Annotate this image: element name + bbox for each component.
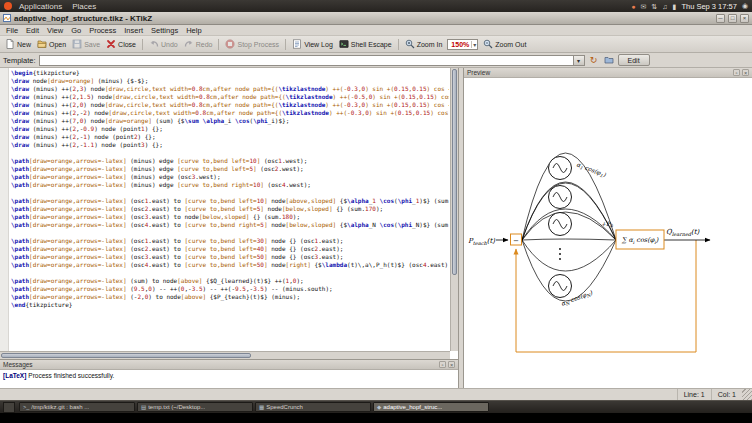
close-panel-button[interactable]: × [448, 361, 455, 368]
taskbar-item-icon: ▦ [259, 404, 264, 410]
notification-indicator-icon[interactable]: ● [631, 3, 635, 10]
taskbar-item-label: SpeedCrunch [266, 404, 303, 410]
zoom-out-icon [483, 39, 493, 49]
open-folder-icon [37, 39, 47, 49]
input-signal-label: Pteach(t) [468, 237, 496, 246]
distro-logo-icon[interactable] [4, 2, 12, 10]
tikz-source-code[interactable]: \begin{tikzpicture}\draw node[draw=orang… [11, 69, 449, 350]
maximize-button[interactable]: □ [728, 14, 737, 23]
float-panel-button[interactable]: ▫ [439, 361, 446, 368]
panel-menu[interactable]: Places [67, 2, 101, 11]
view-log-label: View Log [304, 41, 333, 48]
redo-arrow-icon [184, 39, 194, 49]
preview-canvas: − ∑ αi cos(φi) [464, 78, 752, 388]
template-combobox-input[interactable] [39, 55, 574, 66]
terminal-icon [339, 39, 349, 49]
taskbar-item[interactable]: ▤ temp.txt (~/Desktop... [137, 402, 253, 412]
template-edit-button[interactable]: Edit [618, 54, 650, 66]
panel-clock[interactable]: Thu Sep 3 17:57 [681, 2, 736, 11]
menu-item[interactable]: Go [67, 26, 85, 35]
network-indicator-icon[interactable]: ⇅ [651, 3, 657, 10]
taskbar-items: >_ /tmp/ktikz.git : bash ... ▤ temp.txt … [19, 402, 489, 412]
preview-panel-header: Preview ▫ × [464, 68, 752, 78]
undo-button-label: Undo [161, 41, 178, 48]
status-col-indicator: Col: 1 [711, 389, 742, 400]
window-resize-grip[interactable] [742, 389, 752, 400]
template-combo-arrow-icon[interactable]: ▾ [574, 55, 585, 66]
app-icon [3, 14, 11, 22]
save-button[interactable]: Save [69, 38, 103, 50]
undo-button[interactable]: Undo [146, 38, 181, 50]
stop-icon [225, 39, 235, 49]
editor-vertical-scrollbar[interactable] [450, 68, 458, 351]
stop-process-label: Stop Process [237, 41, 279, 48]
window-titlebar[interactable]: adaptive_hopf_structure.tikz - KTikZ ─ □… [0, 12, 752, 25]
close-file-button-label: Close [118, 41, 136, 48]
toolbar-separator [285, 39, 286, 50]
chevron-down-icon[interactable]: ▾ [471, 41, 476, 48]
new-button[interactable]: New [2, 38, 34, 50]
output-signal-label: Qlearned(t) [666, 228, 701, 237]
template-label: Template: [3, 56, 36, 65]
menu-item[interactable]: Help [182, 26, 205, 35]
minus-node-label: − [513, 237, 519, 245]
minimize-button[interactable]: ─ [716, 14, 725, 23]
zoom-in-button[interactable]: Zoom In [402, 38, 446, 50]
feedback-loop-path [516, 240, 696, 352]
power-icon[interactable]: ◉ [742, 2, 748, 10]
stop-process-button[interactable]: Stop Process [222, 38, 282, 50]
zoom-in-label: Zoom In [417, 41, 443, 48]
template-combobox: ▾ [39, 55, 585, 66]
menu-item[interactable]: Process [85, 26, 120, 35]
code-editor[interactable]: \begin{tikzpicture}\draw node[draw=orang… [0, 68, 459, 359]
shell-escape-label: Shell Escape [351, 41, 392, 48]
template-bar: Template: ▾ ↻ Edit [0, 53, 752, 68]
log-document-icon [292, 39, 302, 49]
save-button-label: Save [84, 41, 100, 48]
messages-panel: Messages ▫ × [LaTeX]Process finished suc… [0, 359, 459, 388]
redo-button[interactable]: Redo [181, 38, 216, 50]
editor-icon-margin [0, 68, 9, 351]
horizontal-scrollbar-thumb[interactable] [1, 353, 251, 358]
menu-item[interactable]: File [2, 26, 22, 35]
status-line-indicator: Line: 1 [677, 389, 711, 400]
battery-indicator-icon[interactable]: ▮ [673, 3, 677, 10]
menu-item[interactable]: Edit [22, 26, 43, 35]
reload-template-button[interactable]: ↻ [588, 54, 600, 66]
menu-item[interactable]: Insert [120, 26, 147, 35]
menu-item[interactable]: Settings [147, 26, 182, 35]
zoom-level-combobox[interactable]: 150% ▾ [447, 39, 478, 50]
open-button[interactable]: Open [34, 38, 69, 50]
ellipsis-dots [559, 248, 561, 260]
zoom-out-button[interactable]: Zoom Out [480, 38, 529, 50]
show-desktop-button[interactable] [3, 402, 15, 413]
taskbar-item[interactable]: ◆ adaptive_hopf_struc... [373, 402, 489, 412]
taskbar-item-label: /tmp/ktikz.git : bash ... [31, 404, 89, 410]
close-panel-button[interactable]: × [742, 69, 749, 76]
taskbar-item[interactable]: ▦ SpeedCrunch [255, 402, 371, 412]
toolbar-separator [218, 39, 219, 50]
menu-item[interactable]: View [43, 26, 67, 35]
browse-template-button[interactable] [603, 54, 615, 66]
tray-icons-group: ●✉⇅♫▮ [631, 3, 676, 10]
toolbar-separator [398, 39, 399, 50]
close-file-button[interactable]: Close [103, 38, 139, 50]
float-panel-button[interactable]: ▫ [733, 69, 740, 76]
folder-icon [604, 55, 614, 65]
panel-menu[interactable]: Applications [14, 2, 67, 11]
vertical-scrollbar-thumb[interactable] [452, 69, 457, 275]
view-log-button[interactable]: View Log [289, 38, 336, 50]
volume-indicator-icon[interactable]: ♫ [662, 3, 667, 10]
taskbar-item[interactable]: >_ /tmp/ktikz.git : bash ... [19, 402, 135, 412]
panel-menus: ApplicationsPlaces [14, 2, 101, 11]
editor-horizontal-scrollbar[interactable] [0, 351, 450, 359]
menubar: FileEditViewGoProcessInsertSettingsHelp [0, 25, 752, 36]
shell-escape-button[interactable]: Shell Escape [336, 38, 395, 50]
desktop-screen: ApplicationsPlaces ●✉⇅♫▮ Thu Sep 3 17:57… [0, 0, 752, 423]
messages-panel-title: Messages [3, 361, 33, 368]
zoom-out-label: Zoom Out [495, 41, 526, 48]
preview-panel: Preview ▫ × [463, 68, 752, 388]
mail-indicator-icon[interactable]: ✉ [641, 3, 647, 10]
close-window-button[interactable]: × [740, 14, 749, 23]
taskbar-item-icon: >_ [23, 404, 29, 410]
